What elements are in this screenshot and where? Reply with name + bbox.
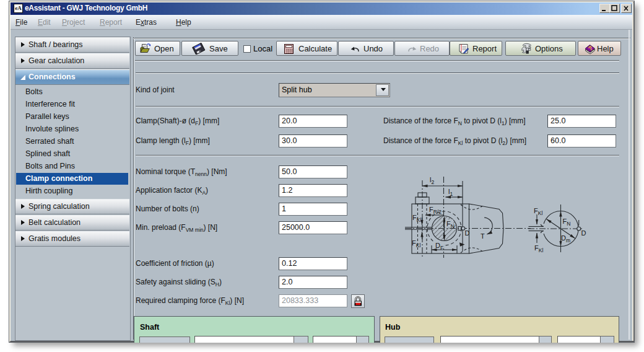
svg-text:FR/2: FR/2 [429, 206, 442, 215]
svg-text:Dm: Dm [561, 234, 570, 244]
svg-text:D: D [465, 229, 470, 237]
svg-text:FN: FN [563, 218, 571, 227]
svg-text:T: T [481, 232, 485, 240]
svg-text:D: D [581, 229, 586, 237]
svg-text:l2: l2 [430, 176, 434, 185]
svg-text:FKl: FKl [534, 207, 542, 216]
svg-text:l1: l1 [448, 188, 453, 197]
svg-text:FKl: FKl [534, 244, 543, 253]
svg-text:FKl: FKl [412, 214, 421, 223]
svg-text:FKl: FKl [412, 239, 420, 249]
